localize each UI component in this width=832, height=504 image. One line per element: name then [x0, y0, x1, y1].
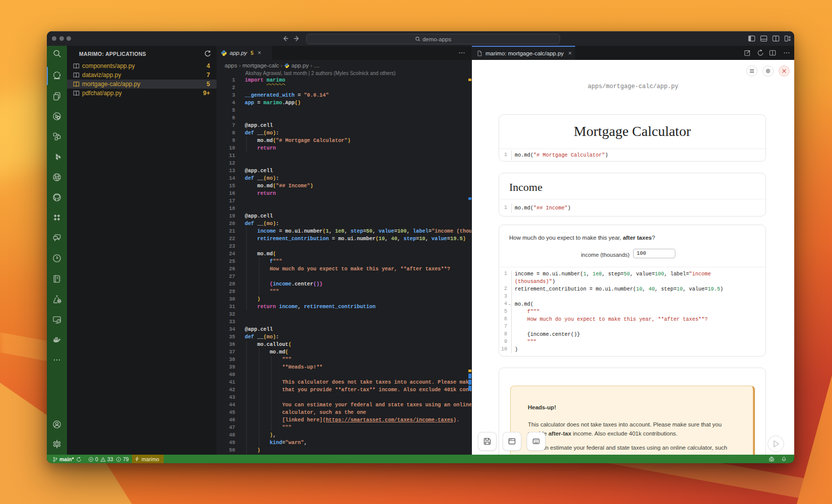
svg-text:JS: JS	[58, 320, 61, 323]
